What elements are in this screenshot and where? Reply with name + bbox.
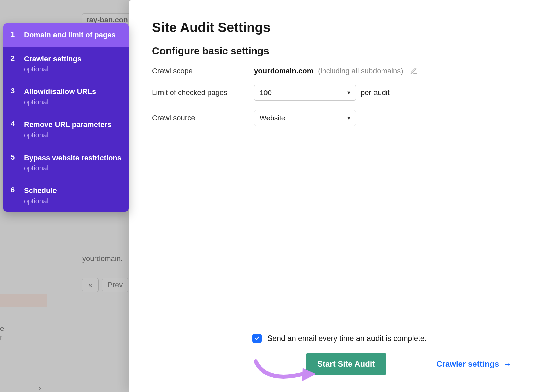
limit-pages-suffix: per audit [361, 88, 390, 97]
step-optional: optional [24, 98, 121, 106]
step-number: 3 [11, 87, 24, 106]
limit-pages-select[interactable]: 100 ▾ [254, 85, 356, 101]
step-remove-url-parameters[interactable]: 4 Remove URL parameters optional [3, 113, 129, 146]
crawler-settings-link[interactable]: Crawler settings → [436, 359, 512, 369]
limit-pages-row: Limit of checked pages 100 ▾ per audit [152, 85, 512, 101]
panel-actions: Start Site Audit Crawler settings → [152, 353, 512, 375]
step-optional: optional [24, 65, 121, 73]
email-notify-label: Send an email every time an audit is com… [267, 334, 427, 343]
crawler-settings-link-label: Crawler settings [436, 359, 499, 369]
section-title: Configure basic settings [152, 45, 512, 57]
step-title: Crawler settings [24, 54, 121, 64]
step-title: Bypass website restrictions [24, 153, 121, 163]
step-bypass-restrictions[interactable]: 5 Bypass website restrictions optional [3, 146, 129, 179]
step-title: Domain and limit of pages [24, 30, 121, 40]
crawl-source-select[interactable]: Website ▾ [254, 110, 356, 126]
step-title: Schedule [24, 186, 121, 196]
arrow-right-icon: → [503, 359, 512, 369]
email-notify-checkbox[interactable] [252, 334, 262, 343]
step-number: 5 [11, 153, 24, 172]
edit-icon[interactable] [410, 67, 417, 75]
step-optional: optional [24, 131, 121, 139]
crawl-scope-row: Crawl scope yourdomain.com (including al… [152, 67, 512, 75]
step-number: 2 [11, 54, 24, 73]
panel-footer: Send an email every time an audit is com… [152, 334, 512, 375]
crawl-source-value: Website [260, 114, 285, 122]
wizard-steps: 1 Domain and limit of pages 2 Crawler se… [3, 23, 129, 212]
crawl-scope-note: (including all subdomains) [318, 67, 403, 75]
page-title: Site Audit Settings [152, 20, 512, 35]
crawl-source-row: Crawl source Website ▾ [152, 110, 512, 126]
start-site-audit-button[interactable]: Start Site Audit [306, 353, 386, 375]
step-domain-limit[interactable]: 1 Domain and limit of pages [3, 23, 129, 47]
step-title: Remove URL parameters [24, 120, 121, 130]
limit-pages-label: Limit of checked pages [152, 88, 254, 97]
chevron-down-icon: ▾ [347, 114, 350, 122]
step-optional: optional [24, 197, 121, 205]
step-number: 1 [11, 30, 24, 40]
step-allow-disallow-urls[interactable]: 3 Allow/disallow URLs optional [3, 80, 129, 113]
step-optional: optional [24, 164, 121, 172]
settings-panel: Site Audit Settings Configure basic sett… [129, 0, 535, 392]
step-number: 4 [11, 120, 24, 139]
email-notify-row: Send an email every time an audit is com… [252, 334, 512, 343]
crawl-source-label: Crawl source [152, 114, 254, 122]
step-schedule[interactable]: 6 Schedule optional [3, 179, 129, 212]
limit-pages-value: 100 [260, 89, 272, 97]
step-number: 6 [11, 186, 24, 205]
step-title: Allow/disallow URLs [24, 87, 121, 97]
crawl-scope-label: Crawl scope [152, 67, 254, 75]
step-crawler-settings[interactable]: 2 Crawler settings optional [3, 47, 129, 80]
crawl-scope-domain: yourdomain.com [254, 67, 313, 75]
chevron-down-icon: ▾ [347, 89, 350, 96]
